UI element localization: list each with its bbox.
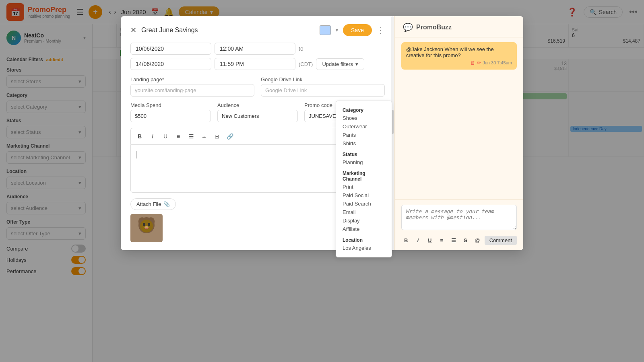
media-spend-group: Media Spend [130,102,211,122]
audience-group: Audience [217,102,298,122]
filter-location-title: Location [336,236,392,244]
promobuzz-title: PromoBuzz [416,24,452,31]
modal-close-button[interactable]: ✕ [130,26,136,35]
comment-button[interactable]: Comment [485,236,517,245]
promobuzz-messages: @Jake Jackson When will we see the creat… [395,37,523,200]
promobuzz-header: 💬 PromoBuzz [395,16,523,37]
filter-item-outerwear[interactable]: Outerwear [336,122,392,131]
modal-header: ✕ ▾ Save ⋮ [130,24,385,36]
pb-italic-button[interactable]: I [413,235,423,245]
chat-bubble: @Jake Jackson When will we see the creat… [401,42,517,70]
promobuzz-panel: 💬 PromoBuzz @Jake Jackson When will we s… [394,16,523,250]
landing-page-group: Landing page* [130,76,254,97]
underline-button[interactable]: U [160,131,171,142]
save-button[interactable]: Save [343,24,372,36]
chat-icon: 💬 [403,23,413,32]
filter-item-print[interactable]: Print [336,183,392,191]
filter-marketing-title: MarketingChannel [336,169,392,183]
unordered-list-button[interactable]: ☰ [186,131,197,142]
landing-page-input[interactable] [130,84,254,97]
attach-file-button[interactable]: Attach File 📎 [130,198,176,210]
attachment-icon: 📎 [163,201,170,207]
edit-icon[interactable]: ✏ [477,60,481,66]
svg-point-5 [143,223,145,226]
color-picker-button[interactable] [320,25,331,35]
promo-title-input[interactable] [141,27,315,34]
landing-drive-row: Landing page* Google Drive Link [130,76,385,97]
pb-underline-button[interactable]: U [425,235,435,245]
chevron-down-icon: ▾ [355,61,358,67]
more-options-icon[interactable]: ⋮ [377,25,385,35]
align-center-button[interactable]: ⊟ [211,131,223,142]
bold-button[interactable]: B [134,131,145,142]
filter-item-shoes[interactable]: Shoes [336,114,392,122]
google-drive-label: Google Drive Link [261,76,385,82]
media-spend-label: Media Spend [130,102,211,108]
google-drive-input[interactable] [261,84,385,97]
pb-bold-button[interactable]: B [401,235,411,245]
chat-text: @Jake Jackson When will we see the creat… [406,46,494,58]
pb-ordered-list-button[interactable]: ☰ [449,235,458,245]
chat-meta: 🗑 ✏ Jun 30 7:45am [406,60,512,66]
attached-image [130,214,163,242]
timezone-label: (CDT) [299,61,313,67]
chat-timestamp: Jun 30 7:45am [483,60,512,65]
pb-list-button[interactable]: ≡ [437,235,447,245]
update-filters-button[interactable]: Update filters ▾ [316,58,364,70]
filter-item-email[interactable]: Email [336,208,392,216]
start-time-input[interactable] [215,43,295,55]
filter-item-planning[interactable]: Planning [336,158,392,167]
promobuzz-input-area: B I U ≡ ☰ S @ Comment [395,200,523,250]
filter-item-shirts[interactable]: Shirts [336,139,392,148]
promobuzz-toolbar: B I U ≡ ☰ S @ Comment [401,235,517,245]
align-left-button[interactable]: ⫠ [198,131,210,142]
end-date-input[interactable] [130,58,211,70]
end-time-input[interactable] [215,58,295,70]
start-date-input[interactable] [130,43,211,55]
svg-point-8 [145,228,148,229]
filter-item-pants[interactable]: Pants [336,131,392,139]
audience-input[interactable] [217,110,298,122]
italic-button[interactable]: I [147,131,158,142]
filter-item-display[interactable]: Display [336,216,392,225]
filter-item-paid-search[interactable]: Paid Search [336,200,392,208]
modal: ✕ ▾ Save ⋮ to (CDT) Update filters ▾ [121,16,523,250]
filter-dropdown: Category Shoes Outerwear Pants Shirts St… [336,101,392,257]
delete-icon[interactable]: 🗑 [471,60,475,66]
svg-point-6 [148,223,150,226]
filter-category-title: Category [336,106,392,114]
promobuzz-textarea[interactable] [401,205,517,230]
filter-item-paid-social[interactable]: Paid Social [336,191,392,200]
filter-item-losangeles[interactable]: Los Angeles [336,244,392,252]
chevron-down-icon: ▾ [336,27,338,33]
pb-strikethrough-button[interactable]: S [461,235,471,245]
dog-image-svg [130,214,163,242]
google-drive-group: Google Drive Link [261,76,385,97]
date-row: to (CDT) Update filters ▾ [130,43,385,70]
ordered-list-button[interactable]: ≡ [173,131,184,142]
date-to-label: to [299,45,303,52]
link-button[interactable]: 🔗 [224,131,235,142]
modal-overlay: ✕ ▾ Save ⋮ to (CDT) Update filters ▾ [0,0,644,362]
filter-item-affiliate[interactable]: Affiliate [336,225,392,233]
filter-status-title: Status [336,150,392,158]
pb-mention-button[interactable]: @ [473,235,482,245]
landing-page-label: Landing page* [130,76,254,82]
audience-label: Audience [217,102,298,108]
media-spend-input[interactable] [130,110,211,122]
